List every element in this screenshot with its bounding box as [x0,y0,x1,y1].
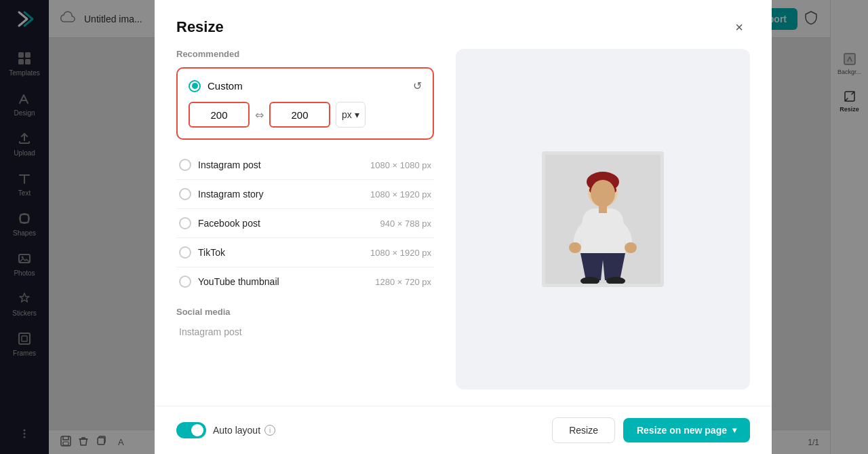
instagram-post-radio[interactable] [179,159,191,171]
preset-tiktok[interactable]: TikTok 1080 × 1920 px [176,238,434,267]
dimension-row: ⇔ px ▾ [189,102,422,128]
youtube-radio[interactable] [179,276,191,288]
preset-instagram-post[interactable]: Instagram post 1080 × 1080 px [176,151,434,180]
svg-point-19 [591,180,615,207]
facebook-post-radio[interactable] [179,217,191,229]
instagram-story-radio[interactable] [179,188,191,200]
dialog-footer: Auto layout i Resize Resize on new page … [155,406,772,454]
dimension-separator: ⇔ [255,109,264,121]
resize-button[interactable]: Resize [552,417,615,443]
dialog-title: Resize [176,18,224,36]
toggle-knob [191,424,203,436]
preset-left: Instagram post [179,159,261,171]
resize-new-page-button[interactable]: Resize on new page ▾ [623,418,750,442]
custom-option-header: Custom ↺ [189,79,422,92]
resize-dialog: Resize × Recommended Custom ↺ ⇔ [155,0,772,454]
close-button[interactable]: × [728,16,750,38]
preview-panel [456,49,750,390]
preset-instagram-story[interactable]: Instagram story 1080 × 1920 px [176,180,434,209]
facebook-post-name: Facebook post [198,218,260,229]
tiktok-radio[interactable] [179,246,191,259]
instagram-story-size: 1080 × 1920 px [370,189,431,200]
preset-youtube[interactable]: YouTube thumbnail 1280 × 720 px [176,267,434,296]
facebook-post-size: 940 × 788 px [380,219,431,229]
social-media-item: Instagram post [176,322,434,341]
unit-select[interactable]: px ▾ [336,102,366,128]
options-panel: Recommended Custom ↺ ⇔ px ▾ [176,49,434,390]
preset-left: Instagram story [179,188,263,200]
instagram-post-size: 1080 × 1080 px [370,160,431,170]
custom-option: Custom ↺ ⇔ px ▾ [176,67,434,140]
preset-left: TikTok [179,246,225,259]
unit-chevron-icon: ▾ [355,109,359,120]
youtube-size: 1280 × 720 px [375,277,431,287]
preset-facebook-post[interactable]: Facebook post 940 × 788 px [176,209,434,238]
footer-buttons: Resize Resize on new page ▾ [552,417,750,443]
custom-radio[interactable] [189,80,201,92]
custom-option-label[interactable]: Custom [189,80,243,92]
svg-point-22 [625,242,637,253]
dialog-header: Resize × [155,0,772,49]
tiktok-size: 1080 × 1920 px [370,248,431,258]
tiktok-name: TikTok [198,247,225,258]
person-svg [545,155,660,284]
instagram-post-name: Instagram post [198,159,261,170]
preset-left: Facebook post [179,217,260,229]
height-input[interactable] [269,102,330,128]
reset-icon[interactable]: ↺ [413,79,422,92]
preview-image [542,151,664,287]
recommended-label: Recommended [176,49,434,59]
resize-new-page-chevron: ▾ [732,425,736,435]
auto-layout-group: Auto layout i [176,422,275,438]
info-icon[interactable]: i [264,425,275,436]
youtube-name: YouTube thumbnail [198,276,279,287]
preset-list: Instagram post 1080 × 1080 px Instagram … [176,151,434,296]
width-input[interactable] [189,102,250,128]
instagram-story-name: Instagram story [198,189,263,200]
auto-layout-toggle[interactable] [176,422,206,438]
preset-left: YouTube thumbnail [179,276,279,288]
auto-layout-label: Auto layout i [213,425,275,436]
svg-rect-20 [599,204,607,213]
social-media-label: Social media [176,307,434,317]
svg-point-21 [569,242,581,253]
dialog-body: Recommended Custom ↺ ⇔ px ▾ [155,49,772,406]
